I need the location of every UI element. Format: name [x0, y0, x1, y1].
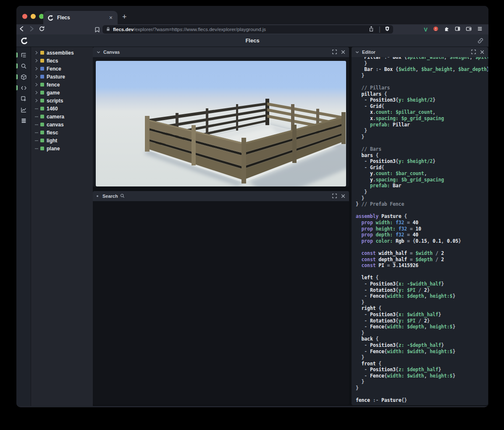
close-panel-icon[interactable]	[480, 48, 484, 56]
tree-item-label: game	[47, 90, 60, 96]
new-tab-button[interactable]: +	[122, 13, 127, 21]
close-window-button[interactable]	[22, 14, 27, 19]
search-panel-body[interactable]	[93, 201, 349, 405]
tree-item-assemblies[interactable]: assemblies	[31, 49, 93, 57]
entity-color-square	[40, 147, 44, 150]
url-bar[interactable]: flecs.dev/explorer/?wasm=https://www.fle…	[102, 25, 393, 34]
editor-panel-header[interactable]: Editor	[352, 47, 488, 57]
tree-item-1460[interactable]: 1460	[31, 105, 93, 113]
rail-button-code-icon[interactable]	[16, 82, 31, 93]
tree-item-label: light	[47, 138, 57, 144]
code-line: - Position3{x: $width_half}	[356, 312, 488, 318]
code-line: Pillar :- Box {$pillar_width, $height, $…	[356, 57, 488, 60]
fullscreen-icon[interactable]	[332, 48, 337, 56]
back-button[interactable]	[16, 26, 26, 33]
code-line	[356, 140, 488, 146]
tree-item-label: fence	[47, 82, 60, 88]
expand-chevron-icon[interactable]	[35, 51, 40, 55]
extensions-row: V	[424, 24, 483, 34]
tree-item-Fence[interactable]: Fence	[31, 65, 93, 73]
code-line: - Position3{z: -$depth_half}	[356, 342, 488, 349]
code-line: }	[356, 189, 488, 195]
fullscreen-icon[interactable]	[332, 192, 337, 200]
tree-item-canvas[interactable]: canvas	[31, 121, 93, 128]
editor-body[interactable]: Pillar :- Box {$pillar_width, $height, $…	[352, 57, 488, 405]
vue-devtools-icon[interactable]: V	[424, 26, 428, 33]
brave-shield-icon[interactable]	[385, 26, 390, 33]
tree-item-flecs[interactable]: flecs	[31, 57, 93, 65]
page-title: Flecs	[16, 34, 488, 47]
chevron-down-icon[interactable]	[97, 48, 100, 56]
code-line: }	[356, 134, 488, 140]
search-icon	[21, 63, 27, 69]
tab-close-icon[interactable]: ×	[108, 15, 113, 21]
forward-button[interactable]	[26, 26, 37, 33]
expand-chevron-icon[interactable]	[35, 99, 40, 102]
rail-button-inspector-icon[interactable]	[16, 93, 31, 104]
sidebar-toggle-icon[interactable]	[455, 26, 460, 33]
tree-item-plane[interactable]: plane	[31, 144, 93, 152]
rail-button-tree-view-icon[interactable]	[16, 50, 31, 60]
code-line: Bar :- Box {$width, $bar_height, $bar_de…	[356, 66, 488, 73]
code-line: - Position3{z: $depth_half}	[356, 367, 488, 373]
code-line: const PI = 3.1415926	[356, 262, 488, 269]
tree-item-scripts[interactable]: scripts	[31, 97, 93, 105]
code-line: prop color: Rgb = {0.15, 0.1, 0.05}	[356, 238, 488, 244]
code-line: }	[356, 128, 488, 134]
collapsed-dot-icon[interactable]	[97, 195, 98, 197]
code-line: // Pillars	[356, 85, 488, 91]
tab-flecs[interactable]: Flecs ×	[43, 11, 118, 24]
reload-button[interactable]	[37, 26, 47, 33]
close-panel-icon[interactable]	[341, 192, 345, 200]
tree-item-Pasture[interactable]: Pasture	[31, 73, 93, 81]
search-panel-header[interactable]: Search	[93, 191, 349, 201]
menu-hamburger-icon[interactable]	[477, 26, 483, 33]
share-icon[interactable]	[369, 26, 374, 33]
active-indicator	[16, 52, 18, 58]
expand-chevron-icon[interactable]	[35, 91, 40, 94]
code-line: } // Prefab Fence	[356, 201, 488, 207]
tree-item-label: Fence	[47, 66, 61, 72]
scene-cube-icon	[21, 74, 27, 80]
canvas-panel-body	[93, 57, 349, 187]
expand-chevron-icon[interactable]	[35, 83, 40, 87]
code-line: - Fence{width: $width, height:$}	[356, 349, 488, 355]
code-line: pillars {	[356, 91, 488, 97]
bookmark-icon[interactable]	[94, 26, 100, 34]
expand-chevron-icon[interactable]	[35, 75, 40, 79]
editor-panel: Editor Pillar :- Box {$pillar_width, $he…	[352, 47, 488, 405]
entity-color-square	[40, 107, 44, 110]
code-line: - Grid{	[356, 165, 488, 171]
editor-panel-title: Editor	[362, 50, 375, 55]
expand-chevron-icon[interactable]	[35, 67, 40, 71]
code-line: prefab: Pillar	[356, 122, 488, 128]
flecs-logo-icon[interactable]	[21, 37, 28, 45]
tree-item-light[interactable]: light	[31, 136, 93, 144]
extensions-puzzle-icon[interactable]	[444, 26, 449, 33]
tree-item-camera[interactable]: camera	[31, 113, 93, 121]
rail-button-search-icon[interactable]	[16, 60, 31, 71]
red-extension-icon[interactable]	[433, 26, 438, 33]
expand-chevron-icon[interactable]	[35, 59, 40, 63]
code-line: front {	[356, 361, 488, 367]
canvas-3d-render[interactable]	[96, 61, 346, 186]
chevron-down-icon[interactable]	[355, 48, 359, 56]
tree-item-fence[interactable]: fence	[31, 81, 93, 89]
tree-item-label: Pasture	[47, 74, 65, 80]
rail-button-stats-chart-icon[interactable]	[16, 104, 31, 115]
leaf-dash-icon	[35, 132, 40, 133]
close-panel-icon[interactable]	[341, 48, 345, 56]
code-line: - Rotation3{y: $PI / 2}	[356, 287, 488, 294]
fullscreen-icon[interactable]	[471, 48, 476, 56]
code-line: }	[356, 195, 488, 202]
canvas-panel-header[interactable]: Canvas	[93, 47, 349, 57]
tree-item-game[interactable]: game	[31, 89, 93, 97]
tree-item-flesc[interactable]: flesc	[31, 128, 93, 136]
screen: Flecs × + flecs.dev/explore	[0, 0, 504, 430]
share-link-icon[interactable]	[478, 38, 483, 45]
rail-button-queries-icon[interactable]	[16, 115, 31, 126]
wallet-icon[interactable]	[466, 26, 472, 33]
minimize-window-button[interactable]	[31, 14, 36, 19]
editor-code: Pillar :- Box {$pillar_width, $height, $…	[356, 57, 488, 404]
rail-button-scene-cube-icon[interactable]	[16, 71, 31, 82]
